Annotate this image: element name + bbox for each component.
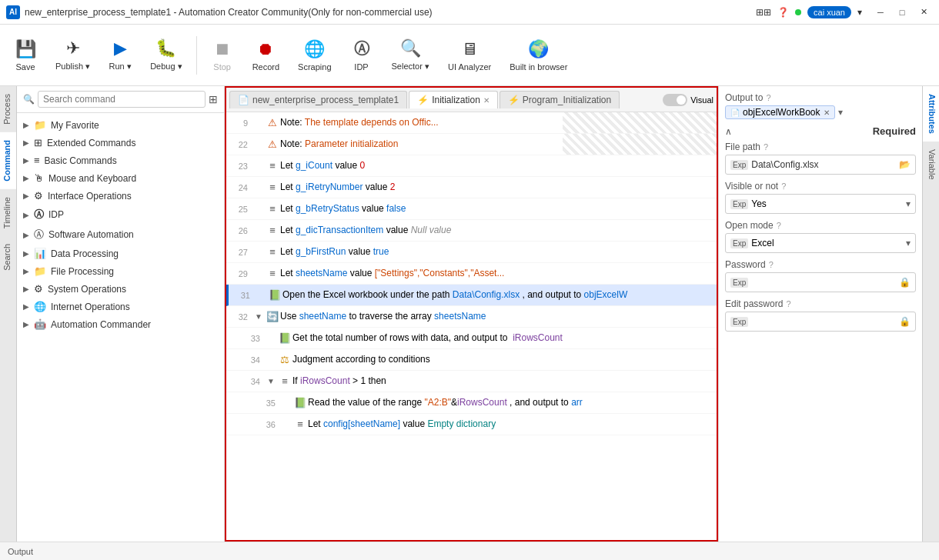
visible-select[interactable]: Exp Yes ▾ xyxy=(725,194,916,214)
sidebar-item-internet-operations[interactable]: ▶ 🌐 Internet Operations xyxy=(17,298,224,315)
sidebar-item-automation-commander[interactable]: ▶ 🤖 Automation Commander xyxy=(17,315,224,333)
sidebar-item-label: Internet Operations xyxy=(51,302,218,312)
edit-password-input[interactable]: Exp 🔒 xyxy=(725,312,916,332)
code-line-34-if[interactable]: 34 ▼ ≡ If iRowsCount > 1 then xyxy=(226,371,717,392)
file-browse-icon[interactable]: 📂 xyxy=(899,159,911,170)
code-line-34-judgment[interactable]: 34 ⚖ Judgment according to conditions xyxy=(226,349,717,371)
ui-analyzer-button[interactable]: 🖥 UI Analyzer xyxy=(440,29,499,82)
line-number: 27 xyxy=(229,248,252,257)
selector-icon: 🔍 xyxy=(400,38,421,58)
user-caret[interactable]: ▾ xyxy=(857,7,862,18)
record-button[interactable]: ⏺ Record xyxy=(245,29,287,82)
tab-process[interactable]: Process xyxy=(0,86,16,132)
code-line-35[interactable]: 35 📗 Read the value of the range "A2:B"&… xyxy=(226,392,717,414)
publish-icon: ✈ xyxy=(66,38,80,58)
tag-remove-button[interactable]: ✕ xyxy=(824,108,830,117)
built-in-browser-button[interactable]: 🌍 Built in browser xyxy=(502,29,575,82)
code-line-31[interactable]: 31 📗 Open the Excel workbook under the p… xyxy=(226,285,717,306)
help-icon[interactable]: ? xyxy=(764,142,768,152)
chevron-down-icon: ▾ xyxy=(906,198,911,209)
sidebar-item-file-processing[interactable]: ▶ 📁 File Processing xyxy=(17,262,224,280)
search-input[interactable] xyxy=(38,91,206,108)
tab-search[interactable]: Search xyxy=(0,236,16,278)
sidebar-item-interface-operations[interactable]: ▶ ⚙ Interface Operations xyxy=(17,187,224,205)
output-tag-value: objExcelWorkBook xyxy=(743,107,820,118)
output-expand-icon[interactable]: ▾ xyxy=(838,107,843,118)
sidebar-item-my-favorite[interactable]: ▶ 📁 My Favorite xyxy=(17,116,224,134)
password-input[interactable]: Exp 🔒 xyxy=(725,272,916,292)
sidebar-item-software-automation[interactable]: ▶ Ⓐ Software Automation xyxy=(17,225,224,245)
multi-user-icon[interactable]: ⊞⊞ xyxy=(756,7,771,18)
code-line-25[interactable]: 25 ≡ Let g_bRetryStatus value false xyxy=(226,198,717,220)
file-path-input[interactable]: Exp Data\Config.xlsx 📂 xyxy=(725,155,916,175)
help-icon[interactable]: ❓ xyxy=(777,7,789,18)
tab-main-file[interactable]: 📄 new_enterprise_process_template1 xyxy=(229,91,407,108)
required-header[interactable]: ∧ Required xyxy=(725,125,916,137)
visual-switch[interactable] xyxy=(663,94,687,106)
minimize-button[interactable]: ─ xyxy=(871,5,890,20)
tab-command[interactable]: Command xyxy=(0,132,16,189)
tab-attributes[interactable]: Attributes xyxy=(923,86,939,142)
save-label: Save xyxy=(15,62,35,72)
scraping-button[interactable]: 🌐 Scraping xyxy=(290,29,339,82)
excel-icon: 📗 xyxy=(267,289,282,301)
basic-icon: ≡ xyxy=(34,155,40,166)
debug-icon: 🐛 xyxy=(155,38,176,58)
open-mode-select[interactable]: Exp Excel ▾ xyxy=(725,233,916,253)
maximize-button[interactable]: □ xyxy=(893,5,911,20)
expand-button[interactable]: ▼ xyxy=(265,377,277,385)
sidebar-item-mouse-keyboard[interactable]: ▶ 🖱 Mouse and Keyboard xyxy=(17,169,224,187)
user-label[interactable]: cai xuan xyxy=(807,6,851,18)
help-icon[interactable]: ? xyxy=(777,221,781,230)
sidebar-item-idp[interactable]: ▶ Ⓐ IDP xyxy=(17,205,224,225)
idp-button[interactable]: Ⓐ IDP xyxy=(343,29,381,82)
publish-button[interactable]: ✈ Publish ▾ xyxy=(48,29,98,82)
help-icon[interactable]: ? xyxy=(781,182,786,191)
code-line-26[interactable]: 26 ≡ Let g_dicTransactionItem value Null… xyxy=(226,220,717,242)
save-button[interactable]: 💾 Save xyxy=(6,29,45,82)
code-line-9[interactable]: 9 ⚠ Note: The template depends on Offic.… xyxy=(226,112,717,134)
grid-icon[interactable]: ⊞ xyxy=(209,93,218,105)
code-line-22[interactable]: 22 ⚠ Note: Parameter initialization xyxy=(226,134,717,155)
record-label: Record xyxy=(252,62,279,72)
system-icon: ⚙ xyxy=(34,283,43,295)
output-label: Output xyxy=(8,547,33,556)
right-content: Output to ? 📄 objExcelWorkBook ✕ ▾ xyxy=(719,86,922,542)
lock-icon: 🔒 xyxy=(899,316,911,327)
sidebar-item-data-processing[interactable]: ▶ 📊 Data Processing xyxy=(17,245,224,262)
help-icon[interactable]: ? xyxy=(766,93,770,102)
code-line-32[interactable]: 32 ▼ 🔄 Use sheetName to traverse the arr… xyxy=(226,306,717,328)
sidebar-item-label: Mouse and Keyboard xyxy=(48,173,218,184)
condition-icon: ⚖ xyxy=(277,354,292,365)
tab-program-init[interactable]: ⚡ Program_Initialization xyxy=(500,91,620,108)
help-icon[interactable]: ? xyxy=(786,299,790,308)
code-line-33[interactable]: 33 📗 Get the total number of rows with d… xyxy=(226,328,717,349)
selector-button[interactable]: 🔍 Selector ▾ xyxy=(384,29,437,82)
sidebar-item-system-operations[interactable]: ▶ ⚙ System Operations xyxy=(17,280,224,298)
expand-button[interactable]: ▼ xyxy=(252,312,265,321)
tab-label: Initialization xyxy=(432,95,480,105)
right-panel: Output to ? 📄 objExcelWorkBook ✕ ▾ xyxy=(718,86,922,542)
code-line-29[interactable]: 29 ≡ Let sheetsName value ["Settings","C… xyxy=(226,263,717,285)
line-content: If iRowsCount > 1 then xyxy=(292,375,713,388)
sidebar-item-label: Interface Operations xyxy=(48,191,218,202)
sidebar-item-basic-commands[interactable]: ▶ ≡ Basic Commands xyxy=(17,152,224,169)
chevron-right-icon: ▶ xyxy=(23,211,29,219)
help-icon[interactable]: ? xyxy=(769,260,774,269)
code-line-23[interactable]: 23 ≡ Let g_iCount value 0 xyxy=(226,155,717,177)
run-button[interactable]: ▶ Run ▾ xyxy=(101,29,139,82)
tab-close-button[interactable]: ✕ xyxy=(483,96,490,105)
code-line-36[interactable]: 36 ≡ Let config[sheetName] value Empty d… xyxy=(226,414,717,435)
tab-initialization[interactable]: ⚡ Initialization ✕ xyxy=(409,91,498,108)
tab-variable[interactable]: Variable xyxy=(923,142,939,188)
stop-label: Stop xyxy=(213,62,231,72)
data-icon: 📊 xyxy=(34,248,46,259)
code-line-24[interactable]: 24 ≡ Let g_iRetryNumber value 2 xyxy=(226,177,717,198)
password-text: Password xyxy=(725,259,766,270)
sidebar-item-extended-commands[interactable]: ▶ ⊞ Extended Commands + Get xyxy=(17,134,224,152)
close-button[interactable]: ✕ xyxy=(914,5,933,20)
code-line-27[interactable]: 27 ≡ Let g_bFirstRun value true xyxy=(226,242,717,263)
tab-timeline[interactable]: Timeline xyxy=(0,189,16,236)
debug-button[interactable]: 🐛 Debug ▾ xyxy=(142,29,189,82)
stop-button[interactable]: ⏹ Stop xyxy=(203,29,242,82)
